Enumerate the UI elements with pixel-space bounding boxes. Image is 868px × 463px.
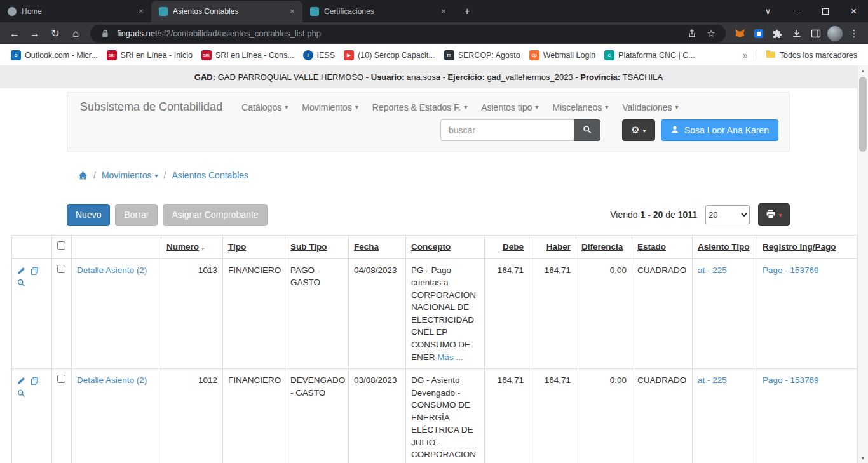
- all-bookmarks-folder[interactable]: Todos los marcadores: [761, 48, 862, 62]
- bookmark-sercop-agosto[interactable]: m SERCOP: Agosto: [440, 48, 525, 62]
- nuevo-button[interactable]: Nuevo: [67, 204, 110, 226]
- cell-diferencia: 0,00: [576, 258, 632, 369]
- profile-avatar[interactable]: [826, 25, 844, 43]
- col-header-haber[interactable]: Haber: [529, 236, 576, 259]
- col-header-concepto[interactable]: Concepto: [406, 236, 485, 259]
- url-path: /sf2/contabilidad/asientos_contables_lis…: [158, 29, 321, 38]
- asiento-tipo-link[interactable]: at - 225: [698, 375, 727, 385]
- view-icon[interactable]: [17, 389, 25, 398]
- gear-icon: ⚙: [631, 124, 639, 136]
- col-header-fecha[interactable]: Fecha: [349, 236, 406, 259]
- bookmark-star-icon[interactable]: ☆: [704, 27, 718, 41]
- col-header-diferencia[interactable]: Diferencia: [576, 236, 632, 259]
- cell-debe: 164,71: [485, 258, 529, 369]
- breadcrumb-movimientos[interactable]: Movimientos▾: [102, 170, 158, 180]
- col-header-debe[interactable]: Debe: [485, 236, 529, 259]
- browser-home-button[interactable]: ⌂: [66, 25, 85, 43]
- col-header-estado[interactable]: Estado: [632, 236, 693, 259]
- vertical-scrollbar[interactable]: ▲ ▼: [857, 65, 868, 463]
- minimize-button[interactable]: [782, 0, 811, 22]
- maximize-button[interactable]: [811, 0, 839, 22]
- row-checkbox[interactable]: [57, 375, 65, 383]
- bookmark-sri-consultas[interactable]: SRI SRI en Línea - Cons...: [197, 48, 299, 62]
- chevron-down-icon: ▾: [675, 104, 679, 111]
- cell-fecha: 04/08/2023: [349, 258, 406, 369]
- bookmark-plataforma-cnc[interactable]: c Plataforma CNC | C...: [600, 48, 700, 62]
- asiento-tipo-link[interactable]: at - 225: [698, 265, 727, 275]
- url-text: fingads.net/sf2/contabilidad/asientos_co…: [117, 29, 321, 38]
- browser-menu-icon[interactable]: ⋮: [845, 25, 863, 43]
- forward-button[interactable]: →: [25, 25, 44, 43]
- bookmark-iess[interactable]: i IESS: [299, 48, 340, 62]
- search-button[interactable]: [574, 119, 600, 141]
- select-all-checkbox[interactable]: [57, 241, 65, 250]
- close-window-button[interactable]: ×: [839, 0, 868, 22]
- tab-search-button[interactable]: ∨: [754, 0, 782, 22]
- detalle-asiento-link[interactable]: Detalle Asiento (2): [77, 265, 147, 275]
- col-header-numero[interactable]: Numero↓: [161, 236, 223, 259]
- cell-debe: 164,71: [485, 369, 529, 463]
- borrar-button[interactable]: Borrar: [115, 204, 158, 226]
- paging-total: 1011: [678, 210, 697, 220]
- bookmark-sri-inicio[interactable]: SRI SRI en Línea - Inicio: [102, 48, 197, 62]
- menu-catalogos[interactable]: Catálogos▾: [241, 102, 288, 112]
- menu-validaciones[interactable]: Validaciones▾: [622, 102, 678, 112]
- registro-link[interactable]: Pago - 153769: [763, 375, 819, 385]
- back-button[interactable]: ←: [5, 25, 24, 43]
- asignar-comprobante-button[interactable]: Asignar Comprobante: [163, 204, 267, 226]
- tab-certificaciones[interactable]: Certificaciones ×: [302, 1, 454, 22]
- settings-button[interactable]: ⚙▾: [622, 119, 655, 141]
- app-title[interactable]: Subsistema de Contabilidad: [80, 100, 222, 114]
- cell-detalle: Detalle Asiento (2): [72, 258, 161, 369]
- bookmark-sercop-capacitacion[interactable]: ▶ (10) Sercop Capacit...: [339, 48, 440, 62]
- registro-link[interactable]: Pago - 153769: [763, 265, 819, 275]
- menu-miscelaneos[interactable]: Miscelaneos▾: [552, 102, 608, 112]
- row-checkbox[interactable]: [57, 265, 65, 273]
- page-size-select[interactable]: 20: [705, 205, 750, 224]
- scroll-up-icon[interactable]: ▲: [858, 65, 868, 76]
- tab-close-icon[interactable]: ×: [136, 6, 146, 17]
- share-icon[interactable]: [685, 27, 699, 41]
- tab-title: Home: [22, 7, 131, 16]
- side-panel-icon[interactable]: [807, 25, 825, 43]
- menu-movimientos[interactable]: Movimientos▾: [302, 102, 358, 112]
- user-button[interactable]: Sosa Loor Ana Karen: [661, 119, 778, 141]
- copy-icon[interactable]: [31, 377, 39, 385]
- menu-label: Validaciones: [622, 102, 672, 112]
- scrollbar-thumb[interactable]: [859, 77, 867, 152]
- edit-icon[interactable]: [17, 267, 25, 275]
- menu-asientos-tipo[interactable]: Asientos tipo▾: [481, 102, 538, 112]
- mas-link[interactable]: Más ...: [437, 352, 463, 362]
- col-header-registro[interactable]: Registro Ing/Pago: [757, 236, 857, 259]
- extensions-puzzle-icon[interactable]: [769, 25, 787, 43]
- extension-fox-icon[interactable]: [731, 25, 749, 43]
- tab-close-icon[interactable]: ×: [438, 6, 449, 17]
- bookmarks-overflow-icon[interactable]: »: [738, 49, 753, 62]
- bookmark-webmail[interactable]: cp Webmail Login: [525, 48, 600, 62]
- new-tab-button[interactable]: +: [458, 3, 477, 20]
- breadcrumb-asientos-contables[interactable]: Asientos Contables: [172, 170, 248, 180]
- print-button[interactable]: ▾: [758, 203, 790, 226]
- detalle-asiento-link[interactable]: Detalle Asiento (2): [77, 375, 147, 385]
- reload-button[interactable]: ↻: [46, 25, 65, 43]
- tab-asientos-contables[interactable]: Asientos Contables ×: [151, 1, 302, 22]
- col-header-sub-tipo[interactable]: Sub Tipo: [285, 236, 349, 259]
- view-icon[interactable]: [17, 279, 25, 287]
- tab-home[interactable]: Home ×: [0, 1, 151, 22]
- home-icon[interactable]: [78, 171, 88, 180]
- scroll-down-icon[interactable]: ▼: [858, 453, 868, 463]
- cell-haber: 164,71: [529, 369, 576, 463]
- copy-icon[interactable]: [31, 267, 39, 275]
- menu-reportes[interactable]: Reportes & Estados F.▾: [372, 102, 467, 112]
- downloads-icon[interactable]: [788, 25, 806, 43]
- edit-icon[interactable]: [17, 377, 25, 385]
- cell-tipo: FINANCIERO: [223, 369, 285, 463]
- search-input[interactable]: [440, 119, 574, 141]
- bookmark-outlook[interactable]: o Outlook.com - Micr...: [6, 48, 102, 62]
- address-bar[interactable]: fingads.net/sf2/contabilidad/asientos_co…: [90, 25, 726, 43]
- extension-icon[interactable]: [750, 25, 768, 43]
- search-group: [440, 119, 600, 141]
- tab-close-icon[interactable]: ×: [287, 6, 297, 17]
- col-header-asiento-tipo[interactable]: Asiento Tipo: [693, 236, 757, 259]
- col-header-tipo[interactable]: Tipo: [223, 236, 285, 259]
